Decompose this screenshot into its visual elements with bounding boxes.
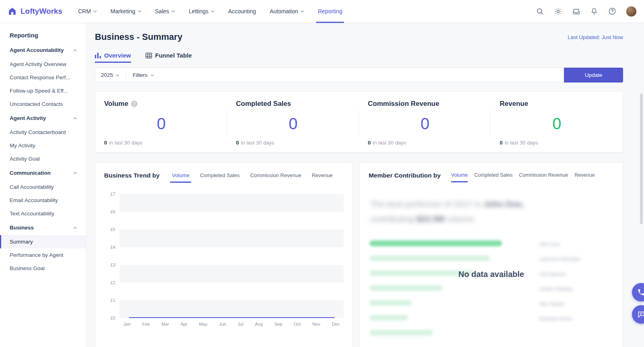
kpi-value: 0	[500, 108, 614, 140]
blurred-text-bold: $22.5M	[416, 214, 444, 223]
trend-tab-volume[interactable]: Volume	[167, 171, 195, 183]
nav-item-accounting[interactable]: Accounting	[222, 0, 263, 23]
sidebar-item-activity-goal[interactable]: Activity Goal	[0, 152, 86, 165]
sidebar-item-activity-contacterboard[interactable]: Activity Contacterboard	[0, 126, 86, 139]
y-tick: £5	[111, 227, 115, 232]
sidebar-item-business-goal[interactable]: Business Goal	[0, 262, 86, 275]
kpi-value: 0	[368, 108, 482, 140]
sidebar-section-business[interactable]: Business	[0, 220, 86, 235]
view-tabs: Overview Funnel Table	[95, 52, 623, 63]
blurred-member-name: Alex Harper	[539, 301, 564, 307]
year-dropdown[interactable]: 2025	[101, 72, 119, 78]
sidebar-item-uncontacted-contacts[interactable]: Uncontacted Contacts	[0, 97, 86, 111]
kpi-revenue: Revenue 0 0in last 30 days	[491, 92, 623, 152]
chevron-up-icon	[73, 227, 77, 229]
sidebar-item-call-accountability[interactable]: Call Accountability	[0, 180, 86, 194]
sidebar-section-agent-activity[interactable]: Agent Activity	[0, 111, 86, 126]
kpi-delta: 0in last 30 days	[236, 140, 350, 146]
nav-item-marketing[interactable]: Marketing	[104, 0, 148, 23]
sidebar-item-agent-activity-overview[interactable]: Agent Activity Overview	[0, 58, 86, 71]
sidebar-item-email-accountability[interactable]: Email Accountability	[0, 194, 86, 207]
kpi-title: Commission Revenue	[368, 100, 439, 108]
contribution-tab-revenue[interactable]: Revenue	[571, 171, 598, 182]
contribution-bar	[369, 300, 412, 306]
kpi-delta-value: 0	[500, 140, 502, 146]
x-tick: Jun	[219, 322, 226, 326]
search-icon[interactable]	[535, 7, 544, 16]
tab-label: Overview	[104, 52, 131, 59]
kpi-delta: 0in last 30 days	[104, 140, 218, 146]
contribution-bar	[369, 285, 443, 291]
chevron-down-icon	[171, 10, 175, 12]
nav-label: Marketing	[111, 8, 135, 14]
user-avatar[interactable]	[626, 6, 637, 17]
filters-dropdown[interactable]: Filters	[133, 72, 154, 78]
x-tick: Dec	[332, 322, 340, 326]
table-icon	[146, 53, 152, 58]
kpi-title: Volume	[104, 100, 128, 108]
phone-call-button[interactable]	[632, 283, 644, 302]
vertical-scrollbar[interactable]	[640, 93, 643, 224]
sidebar-section-agent-accountability[interactable]: Agent Accountability	[0, 43, 86, 58]
sidebar-item-contact-response-performance[interactable]: Contact Response Perf...	[0, 71, 86, 84]
year-value: 2025	[101, 72, 113, 78]
floating-contact-widget	[632, 283, 644, 324]
sidebar-section-communication[interactable]: Communication	[0, 165, 86, 180]
tab-overview[interactable]: Overview	[95, 52, 131, 63]
contribution-tab-completed-sales[interactable]: Completed Sales	[471, 171, 516, 182]
nav-item-lettings[interactable]: Lettings	[182, 0, 222, 23]
blurred-member-name: Lawrence Michaels	[539, 256, 580, 262]
contribution-card-title: Member Contribution by	[369, 171, 441, 179]
logo-icon	[7, 6, 17, 17]
chevron-down-icon	[300, 10, 304, 12]
y-tick: £0	[111, 316, 115, 320]
x-tick: Aug	[255, 322, 263, 326]
trend-tab-completed-sales[interactable]: Completed Sales	[195, 171, 245, 183]
blurred-member-name: Jordan Fielding	[539, 286, 572, 292]
x-tick: Jan	[123, 322, 131, 326]
contribution-tab-commission-revenue[interactable]: Commission Revenue	[516, 171, 571, 182]
chat-button[interactable]	[632, 305, 644, 324]
tab-funnel-table[interactable]: Funnel Table	[146, 52, 192, 63]
logo-text: LoftyWorks	[21, 7, 62, 16]
nav-label: Lettings	[189, 8, 209, 14]
nav-item-automation[interactable]: Automation	[263, 0, 311, 23]
trend-card-title: Business Trend by	[104, 171, 160, 179]
contribution-tab-volume[interactable]: Volume	[448, 171, 471, 182]
bell-icon[interactable]	[590, 7, 599, 16]
sidebar-item-follow-up-speed[interactable]: Follow-up Speed & Eff...	[0, 84, 86, 97]
kpi-title: Completed Sales	[236, 100, 291, 108]
app-logo[interactable]: LoftyWorks	[7, 6, 62, 17]
trend-tab-revenue[interactable]: Revenue	[306, 171, 338, 183]
sidebar-item-summary[interactable]: Summary	[0, 235, 86, 248]
sidebar-title: Reporting	[0, 32, 86, 39]
nav-item-crm[interactable]: CRM	[71, 0, 104, 23]
contribution-bar-row: Jordan Fielding	[369, 283, 614, 297]
sidebar-item-my-activity[interactable]: My Activity	[0, 139, 86, 152]
nav-item-reporting[interactable]: Reporting	[311, 0, 349, 23]
update-button[interactable]: Update	[564, 68, 623, 83]
contribution-bar	[369, 255, 490, 261]
kpi-delta: 0in last 30 days	[500, 140, 614, 146]
filters-label: Filters	[133, 72, 148, 78]
chevron-up-icon	[73, 49, 77, 52]
trend-line	[129, 317, 334, 318]
kpi-summary-card: Volume ? 0 0in last 30 days Completed Sa…	[95, 91, 623, 153]
help-icon[interactable]	[608, 7, 617, 16]
trend-tab-commission-revenue[interactable]: Commission Revenue	[245, 171, 306, 183]
sidebar-item-performance-by-agent[interactable]: Performance by Agent	[0, 248, 86, 262]
kpi-delta-text: in last 30 days	[109, 140, 142, 146]
inbox-icon[interactable]	[572, 7, 580, 16]
topbar-actions	[535, 6, 637, 17]
no-data-message: No data available	[360, 270, 623, 279]
nav-item-sales[interactable]: Sales	[148, 0, 182, 23]
help-icon[interactable]: ?	[131, 101, 137, 107]
blurred-text: volume.	[444, 214, 476, 223]
grid-band	[119, 229, 344, 247]
sidebar-item-text-accountability[interactable]: Text Accountability	[0, 207, 86, 220]
contribution-bar-row	[369, 327, 614, 342]
blurred-member-name: Eduardo Green	[539, 316, 572, 322]
kpi-delta: 0in last 30 days	[368, 140, 482, 146]
grid-band	[119, 194, 344, 212]
gear-icon[interactable]	[554, 7, 562, 16]
